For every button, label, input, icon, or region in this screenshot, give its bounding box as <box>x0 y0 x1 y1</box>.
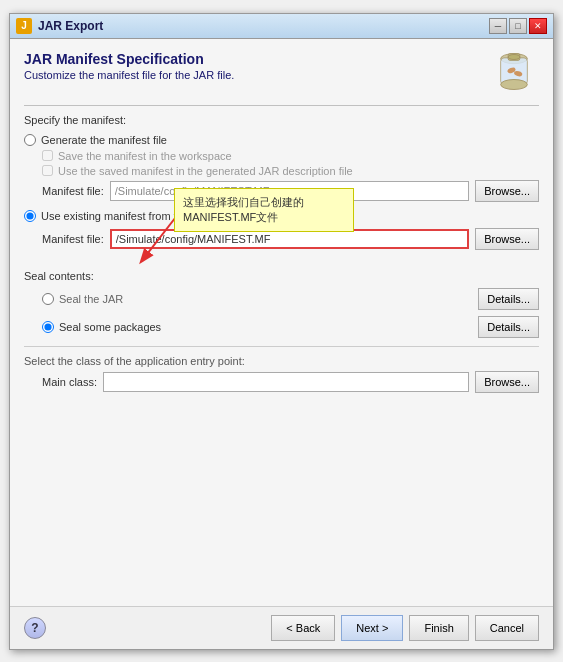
checkbox-use-saved: Use the saved manifest in the generated … <box>42 165 539 177</box>
main-class-input[interactable] <box>103 372 469 392</box>
section-divider <box>24 346 539 347</box>
window-icon: J <box>16 18 32 34</box>
jar-icon <box>489 47 539 97</box>
minimize-button[interactable]: ─ <box>489 18 507 34</box>
checkbox-save-label: Save the manifest in the workspace <box>58 150 232 162</box>
browse-existing-button[interactable]: Browse... <box>475 228 539 250</box>
dialog-window: J JAR Export ─ □ ✕ JAR Manifest Specific… <box>9 13 554 650</box>
seal-packages-row: Seal some packages Details... <box>42 316 539 338</box>
specify-label: Specify the manifest: <box>24 114 539 126</box>
radio-seal-packages-label: Seal some packages <box>59 321 478 333</box>
page-subtitle: Customize the manifest file for the JAR … <box>24 69 234 81</box>
browse-generate-button[interactable]: Browse... <box>475 180 539 202</box>
header-text: JAR Manifest Specification Customize the… <box>24 51 234 81</box>
svg-point-4 <box>508 54 520 59</box>
checkbox-use-saved-label: Use the saved manifest in the generated … <box>58 165 353 177</box>
next-button[interactable]: Next > <box>341 615 403 641</box>
cancel-button[interactable]: Cancel <box>475 615 539 641</box>
maximize-button[interactable]: □ <box>509 18 527 34</box>
browse-main-button[interactable]: Browse... <box>475 371 539 393</box>
entry-point-section: Select the class of the application entr… <box>24 346 539 393</box>
header-divider <box>24 105 539 106</box>
radio-generate-label: Generate the manifest file <box>41 134 167 146</box>
dialog-footer: ? < Back Next > Finish Cancel <box>10 606 553 649</box>
finish-button[interactable]: Finish <box>409 615 468 641</box>
help-button[interactable]: ? <box>24 617 46 639</box>
radio-seal-jar-label: Seal the JAR <box>59 293 478 305</box>
close-button[interactable]: ✕ <box>529 18 547 34</box>
page-title: JAR Manifest Specification <box>24 51 234 67</box>
radio-seal-packages-input[interactable] <box>42 321 54 333</box>
radio-existing-input[interactable] <box>24 210 36 222</box>
titlebar-controls: ─ □ ✕ <box>489 18 547 34</box>
dialog-content: JAR Manifest Specification Customize the… <box>10 39 553 606</box>
tooltip-box: 这里选择我们自己创建的MANIFEST.MF文件 <box>174 188 354 233</box>
details-seal-packages-button[interactable]: Details... <box>478 316 539 338</box>
footer-buttons: < Back Next > Finish Cancel <box>271 615 539 641</box>
checkbox-save-input[interactable] <box>42 150 53 161</box>
seal-jar-row: Seal the JAR Details... <box>42 288 539 310</box>
svg-point-2 <box>501 79 528 89</box>
checkbox-use-saved-input[interactable] <box>42 165 53 176</box>
main-form: Specify the manifest: Generate the manif… <box>24 114 539 594</box>
seal-section: Seal contents: Seal the JAR Details... S… <box>24 270 539 338</box>
back-button[interactable]: < Back <box>271 615 335 641</box>
section-header: JAR Manifest Specification Customize the… <box>24 51 539 97</box>
entry-point-label: Select the class of the application entr… <box>24 355 539 367</box>
seal-contents-label: Seal contents: <box>24 270 539 282</box>
tooltip-text: 这里选择我们自己创建的MANIFEST.MF文件 <box>183 196 304 223</box>
radio-seal-jar-input[interactable] <box>42 293 54 305</box>
titlebar: J JAR Export ─ □ ✕ <box>10 14 553 39</box>
manifest-file-generate-label: Manifest file: <box>42 185 104 197</box>
main-class-label: Main class: <box>42 376 97 388</box>
details-seal-jar-button[interactable]: Details... <box>478 288 539 310</box>
titlebar-left: J JAR Export <box>16 18 103 34</box>
window-title: JAR Export <box>38 19 103 33</box>
manifest-file-existing-label: Manifest file: <box>42 233 104 245</box>
radio-generate-input[interactable] <box>24 134 36 146</box>
main-class-row: Main class: Browse... <box>42 371 539 393</box>
checkbox-save: Save the manifest in the workspace <box>42 150 539 162</box>
radio-generate: Generate the manifest file <box>24 134 539 146</box>
